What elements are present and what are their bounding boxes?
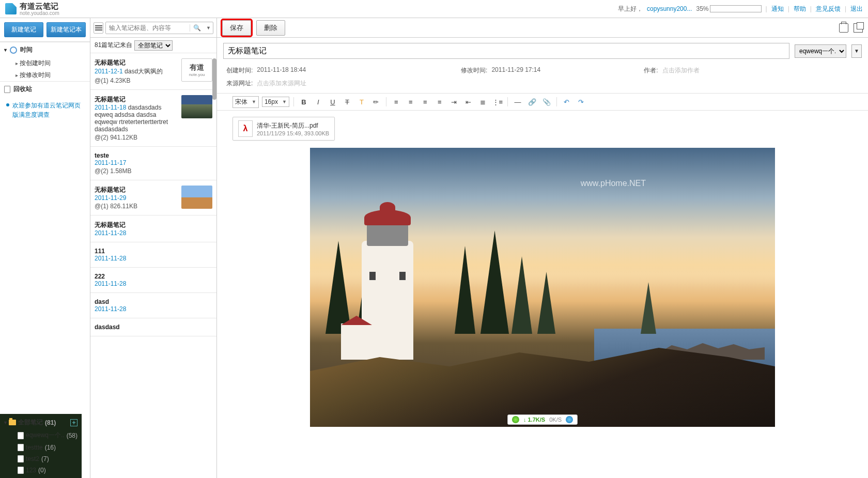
note-list-item[interactable]: 无标题笔记2011-12-1 dasd大飒飒的@(1) 4.23KB有道note…: [90, 53, 216, 90]
note-item-title: dasd: [95, 298, 212, 305]
search-icon[interactable]: 🔍: [190, 24, 204, 32]
note-title-input[interactable]: [223, 43, 789, 59]
time-label: 时间: [20, 45, 33, 54]
note-list-item[interactable]: 2222011-11-28: [90, 268, 216, 293]
notebook-row[interactable]: test2 (7): [13, 453, 82, 465]
note-item-date: 2011-11-28: [95, 280, 126, 287]
note-thumb: [181, 186, 212, 209]
new-notebook-button[interactable]: 新建笔记本: [47, 22, 86, 37]
new-note-button[interactable]: 新建笔记: [4, 22, 43, 37]
author-placeholder[interactable]: 点击添加作者: [662, 66, 700, 75]
search-dropdown-icon[interactable]: ▼: [204, 25, 213, 30]
redo-button[interactable]: ↷: [576, 96, 587, 107]
notebook-dropdown-button[interactable]: ▼: [851, 44, 862, 58]
note-item-meta: @(1) 826.11KB: [95, 203, 177, 210]
status-dot-icon: [512, 416, 519, 423]
caret-down-icon: ▾: [4, 47, 7, 53]
strikethrough-button[interactable]: T: [342, 96, 353, 107]
notebook-row[interactable]: testtte (16): [13, 442, 82, 453]
italic-button[interactable]: I: [313, 96, 324, 107]
popout-icon[interactable]: [854, 23, 863, 33]
brand-url: note.youdao.com: [20, 10, 59, 16]
upload-speed: 0K/S: [549, 417, 562, 423]
outdent-button[interactable]: ⇤: [463, 96, 474, 107]
search-input[interactable]: [106, 24, 190, 32]
note-item-title: dasdasd: [95, 323, 212, 331]
notebook-count: (58): [67, 432, 78, 439]
font-family-select[interactable]: 宋体▼: [233, 96, 259, 108]
notebook-name: eqwewq一个..: [26, 431, 65, 440]
attachment-chip[interactable]: 清华-王新民-简历...pdf 2011/11/29 15:49, 393.00…: [233, 117, 335, 141]
highlight-button[interactable]: ✏: [370, 96, 382, 107]
align-left-button[interactable]: ≡: [391, 96, 402, 107]
notebook-row[interactable]: 123 (0): [13, 465, 82, 476]
align-justify-button[interactable]: ≡: [434, 96, 445, 107]
note-list-item[interactable]: dasdasd: [90, 318, 216, 336]
by-modified-time[interactable]: 按修改时间: [0, 69, 90, 81]
print-icon[interactable]: [839, 23, 848, 33]
logout-link[interactable]: 退出: [850, 5, 863, 13]
note-item-meta: @(2) 1.58MB: [95, 167, 212, 175]
note-list-item[interactable]: teste2011-11-17 @(2) 1.58MB: [90, 147, 216, 180]
editor-content[interactable]: 清华-王新民-简历...pdf 2011/11/29 15:49, 393.00…: [217, 111, 868, 478]
notebook-count: (7): [41, 455, 49, 462]
notebook-count: (0): [38, 467, 46, 474]
font-color-button[interactable]: T: [356, 96, 367, 107]
search-box[interactable]: 🔍 ▼: [105, 22, 213, 34]
undo-button[interactable]: ↶: [561, 96, 572, 107]
note-item-title: 111: [95, 248, 212, 255]
note-item-meta: @(2) 941.12KB: [95, 134, 177, 141]
list-view-toggle[interactable]: [94, 22, 103, 34]
note-image: www.pHome.NET ↓ 1.7K/S 0K/S: [310, 148, 775, 427]
by-created-time[interactable]: 按创建时间: [0, 57, 90, 69]
note-thumb: [181, 95, 212, 118]
help-link[interactable]: 帮助: [794, 5, 806, 13]
align-center-button[interactable]: ≡: [405, 96, 416, 107]
notebook-select[interactable]: eqwewq一个...: [795, 44, 846, 58]
font-size-select[interactable]: 16px▼: [262, 97, 289, 107]
note-list-item[interactable]: 无标题笔记2011-11-28: [90, 215, 216, 242]
delete-button[interactable]: 删除: [256, 20, 285, 36]
note-list-item[interactable]: 无标题笔记2011-11-18 dasdasdads eqweq adsdsa …: [90, 90, 216, 147]
survey-text[interactable]: 欢迎参加有道云笔记网页版满意度调查: [12, 101, 84, 119]
note-item-title: teste: [95, 152, 212, 159]
notebook-filter-select[interactable]: 全部笔记: [134, 40, 173, 51]
source-label: 来源网址:: [226, 79, 253, 88]
storage-bar[interactable]: [710, 5, 762, 12]
save-button[interactable]: 保存: [222, 20, 251, 36]
note-item-snippet: dasd大飒飒的: [125, 68, 163, 75]
username-link[interactable]: copysunny200...: [647, 5, 692, 12]
scrollbar-thumb[interactable]: [212, 58, 216, 100]
recycle-label: 回收站: [13, 85, 32, 94]
indent-button[interactable]: ⇥: [448, 96, 460, 107]
note-item-date: 2011-11-29: [95, 194, 126, 202]
note-list-item[interactable]: 无标题笔记2011-11-29 @(1) 826.11KB: [90, 180, 216, 215]
note-list-item[interactable]: dasd2011-11-28: [90, 293, 216, 318]
note-list-item[interactable]: 1112011-11-28: [90, 242, 216, 268]
link-button[interactable]: 🔗: [526, 96, 538, 107]
modified-label: 修改时间:: [461, 66, 487, 75]
attachment-button[interactable]: 📎: [541, 96, 552, 107]
notify-link[interactable]: 通知: [771, 5, 784, 13]
source-placeholder[interactable]: 点击添加来源网址: [257, 79, 306, 88]
underline-button[interactable]: U: [327, 96, 338, 107]
all-notes-count: (81): [45, 419, 56, 426]
time-section[interactable]: ▾ 时间: [0, 42, 90, 57]
align-right-button[interactable]: ≡: [420, 96, 431, 107]
recycle-bin[interactable]: 回收站: [0, 81, 90, 97]
browser-icon: [566, 416, 573, 423]
note-item-date: 2011-11-17: [95, 159, 126, 166]
all-notes-row[interactable]: ▾ 全部笔记 (81) +: [0, 416, 82, 429]
notebook-name: test2: [26, 455, 39, 462]
unordered-list-button[interactable]: ⋮≡: [492, 96, 503, 107]
notebook-icon: [18, 432, 24, 439]
bold-button[interactable]: B: [298, 96, 309, 107]
network-status-pill[interactable]: ↓ 1.7K/S 0K/S: [507, 414, 578, 425]
note-item-date: 2011-11-28: [95, 229, 126, 237]
survey-link[interactable]: 欢迎参加有道云笔记网页版满意度调查: [0, 97, 90, 124]
feedback-link[interactable]: 意见反馈: [816, 5, 841, 13]
notebook-row[interactable]: eqwewq一个.. (58): [13, 429, 82, 442]
add-notebook-icon[interactable]: +: [70, 419, 78, 426]
hr-button[interactable]: —: [512, 96, 523, 107]
ordered-list-button[interactable]: ≣: [477, 96, 489, 107]
